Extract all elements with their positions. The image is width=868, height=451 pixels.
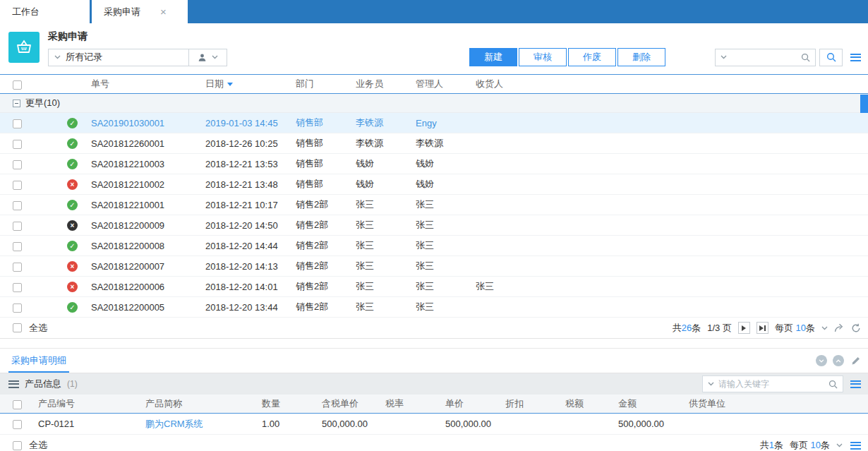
select-all-checkbox[interactable] [13,80,22,90]
row-checkbox[interactable] [13,283,22,292]
collapse-group-icon[interactable] [13,100,20,107]
table-row[interactable]: ✓SA2018122000082018-12-20 14:44销售2部张三张三 [0,236,868,256]
column-sales[interactable]: 业务员 [356,78,416,90]
table-row[interactable]: ✓SA2018122600012018-12-26 10:25销售部李铁源李铁源 [0,133,868,154]
detail-select-all-checkbox[interactable] [13,400,22,409]
detail-footer-select-all-checkbox[interactable] [13,441,22,450]
audit-button[interactable]: 审核 [519,48,567,66]
order-date: 2018-12-20 14:44 [205,241,296,251]
detail-row[interactable]: CP-0121鹏为CRM系统1.00500,000.00500,000.0050… [0,414,868,435]
column-price[interactable]: 单价 [441,397,501,410]
keyword-search-icon[interactable] [828,380,838,389]
chevron-down-icon[interactable] [708,382,714,386]
row-checkbox[interactable] [13,222,22,231]
new-button[interactable]: 新建 [469,48,517,66]
tab-workbench[interactable]: 工作台 [0,0,90,23]
status-approved-icon: ✓ [67,200,78,210]
column-qty[interactable]: 数量 [258,397,318,410]
column-product-code[interactable]: 产品编号 [34,397,141,410]
last-page-button[interactable] [757,322,768,334]
order-no-link[interactable]: SA201812200005 [91,302,205,313]
order-sales: 张三 [356,198,416,211]
table-row[interactable]: ✓SA2018122100012018-12-21 10:17销售2部张三张三 [0,195,868,215]
table-row[interactable]: ×SA2018122100022018-12-21 13:48销售部钱妢钱妢 [0,174,868,195]
tab-purchase-request[interactable]: 采购申请 × [92,0,188,23]
column-tax-price[interactable]: 含税单价 [318,397,381,410]
detail-row-checkbox[interactable] [13,420,22,429]
row-checkbox[interactable] [13,263,22,272]
row-checkbox[interactable] [13,140,22,149]
column-discount[interactable]: 折扣 [501,397,561,410]
order-no-link[interactable]: SA201812200009 [91,220,205,231]
per-page-dropdown-icon[interactable] [821,326,828,330]
column-tax-rate[interactable]: 税率 [381,397,441,410]
table-row[interactable]: ×SA2018122000092018-12-20 14:50销售2部张三张三 [0,215,868,236]
order-dept: 销售部 [296,157,356,170]
column-supplier[interactable]: 供货单位 [685,397,868,410]
collapse-panel-button[interactable] [816,355,827,366]
table-row[interactable]: ✓SA2018122100032018-12-21 13:53销售部钱妢钱妢 [0,154,868,174]
detail-table-body: CP-0121鹏为CRM系统1.00500,000.00500,000.0050… [0,414,868,435]
column-date[interactable]: 日期 [205,78,296,90]
row-checkbox[interactable] [13,119,22,128]
search-icon[interactable] [801,53,810,62]
table-row[interactable]: ×SA2018122000062018-12-20 14:01销售2部张三张三张… [0,277,868,297]
edit-layout-button[interactable] [851,356,861,366]
row-checkbox[interactable] [13,303,22,313]
row-checkbox[interactable] [13,201,22,210]
order-date: 2018-12-20 14:50 [205,220,296,231]
delete-button[interactable]: 删除 [617,48,665,66]
column-manager[interactable]: 管理人 [416,78,476,90]
row-checkbox[interactable] [13,160,22,169]
column-settings-button[interactable] [850,54,861,61]
order-no-link[interactable]: SA201812200008 [91,241,205,251]
owner-filter-dropdown[interactable] [189,49,227,66]
column-product-name[interactable]: 产品简称 [141,397,258,410]
next-page-button[interactable] [738,322,750,334]
status-approved-icon: ✓ [67,118,78,128]
detail-list-settings-button[interactable] [850,442,861,450]
product-name-link[interactable]: 鹏为CRM系统 [141,418,258,431]
table-row[interactable]: ×SA2018122000072018-12-20 14:13销售2部张三张三 [0,256,868,277]
order-no-link[interactable]: SA201812210002 [91,179,205,190]
search-input[interactable] [730,52,797,62]
order-sales: 张三 [356,239,416,252]
column-tax[interactable]: 税额 [561,397,614,410]
order-manager: 张三 [416,219,476,231]
order-no-link[interactable]: SA201812200006 [91,282,205,292]
export-icon[interactable] [834,323,845,332]
chevron-down-icon [54,55,61,59]
order-manager: Engy [416,118,476,128]
void-button[interactable]: 作废 [568,48,616,66]
panel-controls [816,355,861,366]
expand-panel-button[interactable] [833,355,844,366]
order-no-link[interactable]: SA201812210003 [91,159,205,169]
column-receiver[interactable]: 收货人 [476,78,868,90]
column-amount[interactable]: 金额 [614,397,685,410]
table-row[interactable]: ✓SA2018122000052018-12-20 13:44销售2部张三张三 [0,297,868,318]
advanced-search-button[interactable] [819,49,843,66]
column-dept[interactable]: 部门 [296,78,356,90]
column-order-no[interactable]: 单号 [91,78,205,90]
scrollbar-thumb[interactable] [860,95,868,113]
keyword-search-input[interactable] [718,379,824,389]
record-filter-dropdown[interactable]: 所有记录 [48,49,189,66]
per-page-dropdown-icon[interactable] [836,443,843,447]
footer-select-all-checkbox[interactable] [13,323,22,332]
row-checkbox[interactable] [13,181,22,190]
action-button-group: 新建 审核 作废 删除 [468,48,665,66]
detail-column-settings-button[interactable] [850,380,861,388]
group-row-earlier[interactable]: 更早(10) [0,94,868,113]
keyword-search-group [702,375,843,392]
refresh-icon[interactable] [851,323,861,333]
table-row[interactable]: ✓SA2019010300012019-01-03 14:45销售部李铁源Eng… [0,113,868,133]
order-no-link[interactable]: SA201812200007 [91,261,205,272]
tab-close-icon[interactable]: × [160,6,167,17]
order-no-link[interactable]: SA201812260001 [91,138,205,149]
pencil-icon [851,356,861,366]
tab-purchase-detail[interactable]: 采购申请明细 [8,349,69,373]
chevron-down-icon[interactable] [721,55,727,59]
order-no-link[interactable]: SA201901030001 [91,118,205,128]
order-no-link[interactable]: SA201812210001 [91,200,205,210]
row-checkbox[interactable] [13,242,22,251]
